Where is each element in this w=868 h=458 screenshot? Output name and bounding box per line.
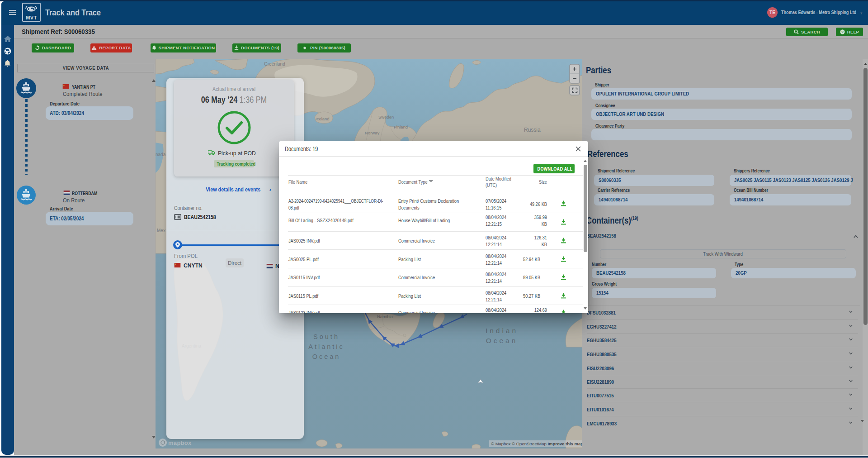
svg-text:South: South bbox=[313, 333, 340, 340]
svg-text:Mex: Mex bbox=[157, 228, 165, 233]
svg-text:Sweden: Sweden bbox=[378, 114, 394, 119]
svg-text:Atlantic: Atlantic bbox=[308, 343, 344, 350]
svg-text:Namibia: Namibia bbox=[377, 314, 393, 319]
svg-text:Russia: Russia bbox=[524, 127, 541, 133]
svg-text:Indian: Indian bbox=[486, 327, 518, 334]
svg-text:Ocean: Ocean bbox=[312, 353, 341, 360]
svg-text:Greenland: Greenland bbox=[264, 62, 285, 67]
svg-text:Finland: Finland bbox=[394, 124, 408, 129]
svg-text:© Mapbox © OpenStreetMap Impro: © Mapbox © OpenStreetMap Improve this ma… bbox=[491, 441, 582, 446]
svg-text:Norway: Norway bbox=[365, 130, 379, 135]
svg-text:?: ? bbox=[841, 30, 844, 34]
svg-text:mapbox: mapbox bbox=[168, 439, 192, 446]
svg-text:Ocean: Ocean bbox=[486, 337, 518, 344]
svg-text:Iceland: Iceland bbox=[316, 116, 330, 121]
